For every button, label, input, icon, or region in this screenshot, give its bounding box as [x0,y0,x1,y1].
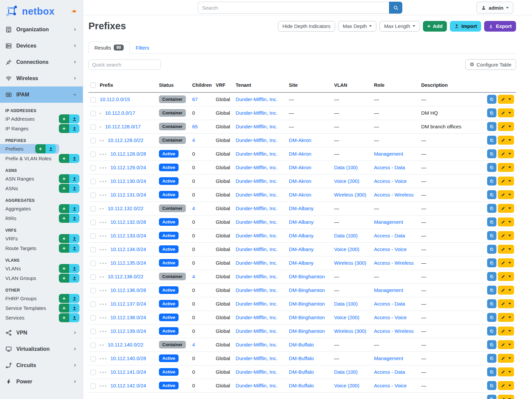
sidebar-item-prefix-vlan-roles[interactable]: Prefix & VLAN Roles+ [0,154,83,163]
children-link[interactable]: 65 [192,124,198,129]
prefix-link[interactable]: 10.112.133.0/24 [110,233,146,238]
sidebar-item-ip-ranges[interactable]: IP Ranges+ [0,124,83,133]
sidebar-item-organization[interactable]: Organization [0,21,83,38]
column-header-role[interactable]: Role [372,78,419,92]
vlan-link[interactable]: Data (100) [334,233,358,238]
tenant-link[interactable]: Dunder-Mifflin, Inc. [236,205,278,211]
edit-button[interactable] [498,245,514,254]
quick-add-button[interactable]: + [59,313,69,322]
row-checkbox[interactable] [90,111,96,116]
tenant-link[interactable]: Dunder-Mifflin, Inc. [236,355,278,361]
row-checkbox[interactable] [90,329,96,334]
prefix-link[interactable]: 10.112.142.0/24 [110,383,146,388]
prefix-link[interactable]: 10.112.131.0/24 [110,192,146,198]
edit-button[interactable] [498,327,514,335]
role-link[interactable]: Access - Voice [374,383,407,388]
clone-button[interactable] [487,217,496,226]
quick-add-button[interactable]: + [59,154,69,163]
site-link[interactable]: DM-Buffalo [289,355,314,361]
tenant-link[interactable]: Dunder-Mifflin, Inc. [236,96,278,102]
quick-add-button[interactable]: + [59,204,69,213]
edit-button[interactable] [498,286,514,295]
edit-button[interactable] [498,231,514,240]
tenant-link[interactable]: Dunder-Mifflin, Inc. [236,124,278,129]
edit-button[interactable] [498,149,514,158]
clone-button[interactable] [487,313,496,322]
prefix-link[interactable]: 10.112.129.0/24 [110,165,146,170]
quick-add-button[interactable]: + [59,184,69,193]
clone-button[interactable] [487,381,496,390]
quick-add-button[interactable]: + [59,174,69,183]
edit-button[interactable] [498,217,514,226]
prefix-link[interactable]: 10.112.141.0/24 [110,369,146,375]
sidebar-item-virtualization[interactable]: Virtualization [0,341,83,357]
clone-button[interactable] [487,272,496,281]
prefix-link[interactable]: 10.112.136.0/28 [110,287,146,293]
tenant-link[interactable]: Dunder-Mifflin, Inc. [236,165,278,170]
prefix-link[interactable]: 10.112.140.0/22 [108,342,143,347]
prefix-link[interactable]: 10.112.139.0/24 [110,328,146,334]
role-link[interactable]: Access - Wireless [374,192,414,198]
sidebar-item-asn-ranges[interactable]: ASN Ranges+ [0,174,83,184]
quick-add-button[interactable]: + [59,294,69,303]
tenant-link[interactable]: Dunder-Mifflin, Inc. [236,260,278,266]
quick-import-button[interactable] [69,114,79,123]
site-link[interactable]: DM-Albany [289,260,314,266]
vlan-link[interactable]: Voice (200) [334,246,359,252]
row-checkbox[interactable] [90,152,96,157]
prefix-link[interactable]: 10.112.0.0/15 [100,96,130,102]
search-input[interactable] [198,2,389,14]
sidebar-item-vrfs[interactable]: VRFs+ [0,234,83,243]
quick-add-button[interactable]: + [59,304,69,313]
row-checkbox[interactable] [90,261,96,266]
prefix-link[interactable]: 10.112.136.0/22 [108,274,143,279]
column-header-children[interactable]: Children [190,78,214,92]
clone-button[interactable] [487,354,496,363]
vlan-link[interactable]: Voice (200) [334,178,359,184]
site-link[interactable]: DM-Binghamton [289,287,325,293]
site-link[interactable]: DM-Albany [289,233,314,238]
row-checkbox[interactable] [90,315,96,321]
edit-button[interactable] [498,272,514,281]
prefix-link[interactable]: 10.112.128.0/17 [105,124,141,129]
edit-button[interactable] [498,190,514,199]
children-link[interactable]: 4 [192,137,195,143]
tenant-link[interactable]: Dunder-Mifflin, Inc. [236,151,278,157]
clone-button[interactable] [487,340,496,349]
sidebar-item-service-templates[interactable]: Service Templates+ [0,303,83,313]
site-link[interactable]: DM-Akron [289,151,312,157]
tenant-link[interactable]: Dunder-Mifflin, Inc. [236,246,278,252]
configure-table-button[interactable]: ⚙ Configure Table [465,59,516,70]
row-checkbox[interactable] [90,138,96,143]
prefix-link[interactable]: 10.112.140.0/28 [110,355,146,361]
vlan-link[interactable]: Data (100) [334,369,358,375]
edit-button[interactable] [498,340,514,349]
edit-button[interactable] [498,177,514,186]
tab-filters[interactable]: Filters [130,42,155,53]
sidebar-item-ipam[interactable]: IPAM [0,86,83,103]
sidebar-item-route-targets[interactable]: Route Targets+ [0,243,83,253]
tenant-link[interactable]: Dunder-Mifflin, Inc. [236,137,278,143]
vlan-link[interactable]: Data (100) [334,165,358,170]
row-checkbox[interactable] [90,97,96,102]
column-header-prefix[interactable]: Prefix [98,78,157,92]
import-button[interactable]: Import [450,21,481,32]
tenant-link[interactable]: Dunder-Mifflin, Inc. [236,219,278,225]
max-length-dropdown[interactable]: Max Length [379,21,420,32]
tenant-link[interactable]: Dunder-Mifflin, Inc. [236,383,278,388]
edit-button[interactable] [498,122,514,131]
edit-button[interactable] [498,258,514,267]
tenant-link[interactable]: Dunder-Mifflin, Inc. [236,315,278,320]
clone-button[interactable] [487,395,496,399]
children-link[interactable]: 4 [192,342,195,347]
sidebar-item-prefixes[interactable]: Prefixes+ [0,144,59,154]
column-header-status[interactable]: Status [157,78,190,92]
clone-button[interactable] [487,286,496,295]
site-link[interactable]: DM-Buffalo [289,342,314,347]
row-checkbox[interactable] [90,165,96,171]
quick-import-button[interactable] [69,274,79,283]
vlan-link[interactable]: Wireless (300) [334,260,366,266]
row-checkbox[interactable] [90,383,96,389]
pin-sidebar-icon[interactable] [71,8,77,14]
prefix-link[interactable]: 10.112.130.0/24 [110,178,146,184]
